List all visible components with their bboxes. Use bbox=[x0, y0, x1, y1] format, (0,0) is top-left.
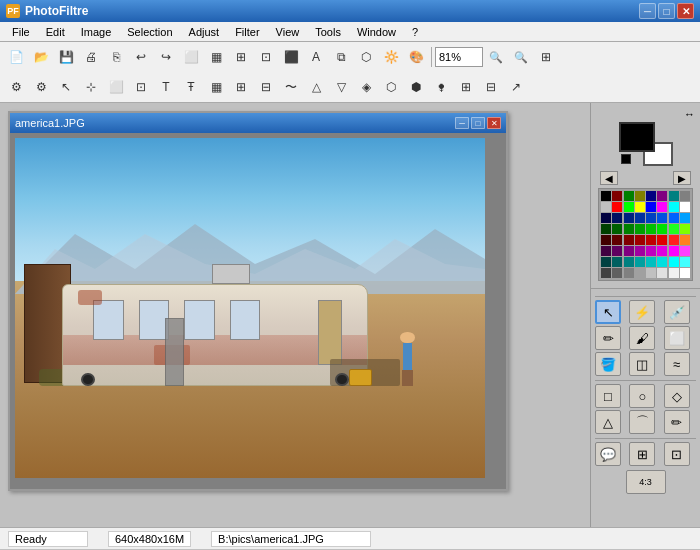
menu-item-tools[interactable]: Tools bbox=[307, 24, 349, 40]
toolbar1-copy-image-button[interactable]: ⎘ bbox=[104, 45, 128, 69]
toolbar2-text-tool-button[interactable]: T bbox=[154, 75, 178, 99]
aspect-ratio-button[interactable]: 4:3 bbox=[626, 470, 666, 494]
palette-color-56[interactable] bbox=[601, 268, 611, 278]
menu-item-window[interactable]: Window bbox=[349, 24, 404, 40]
toolbar2-cross-select-button[interactable]: ⊹ bbox=[79, 75, 103, 99]
palette-color-30[interactable] bbox=[669, 224, 679, 234]
toolbar1-tool4-button[interactable]: ⊡ bbox=[254, 45, 278, 69]
palette-color-63[interactable] bbox=[680, 268, 690, 278]
palette-color-19[interactable] bbox=[635, 213, 645, 223]
menu-item-image[interactable]: Image bbox=[73, 24, 120, 40]
palette-color-9[interactable] bbox=[612, 202, 622, 212]
diamond-shape-button[interactable]: ◇ bbox=[664, 384, 690, 408]
palette-color-59[interactable] bbox=[635, 268, 645, 278]
menu-item-selection[interactable]: Selection bbox=[119, 24, 180, 40]
palette-color-48[interactable] bbox=[601, 257, 611, 267]
menu-item-edit[interactable]: Edit bbox=[38, 24, 73, 40]
toolbar1-filter1-button[interactable]: ⬡ bbox=[354, 45, 378, 69]
palette-color-16[interactable] bbox=[601, 213, 611, 223]
palette-color-29[interactable] bbox=[657, 224, 667, 234]
zoom-input[interactable]: 81% bbox=[435, 47, 483, 67]
palette-color-52[interactable] bbox=[646, 257, 656, 267]
palette-color-27[interactable] bbox=[635, 224, 645, 234]
close-button[interactable]: ✕ bbox=[677, 3, 694, 19]
palette-color-11[interactable] bbox=[635, 202, 645, 212]
minimize-button[interactable]: ─ bbox=[639, 3, 656, 19]
toolbar2-frame-button[interactable]: ⊟ bbox=[479, 75, 503, 99]
toolbar2-rect-sel-button[interactable]: ⬜ bbox=[104, 75, 128, 99]
palette-color-20[interactable] bbox=[646, 213, 656, 223]
palette-next-button[interactable]: ▶ bbox=[673, 171, 691, 185]
palette-prev-button[interactable]: ◀ bbox=[600, 171, 618, 185]
palette-color-37[interactable] bbox=[657, 235, 667, 245]
toolbar1-tool5-button[interactable]: ⬛ bbox=[279, 45, 303, 69]
pencil-tool-button[interactable]: ✏ bbox=[595, 326, 621, 350]
toolbar2-grid3-button[interactable]: ⊟ bbox=[254, 75, 278, 99]
toolbar1-save-button[interactable]: 💾 bbox=[54, 45, 78, 69]
menu-item-adjust[interactable]: Adjust bbox=[181, 24, 228, 40]
palette-color-42[interactable] bbox=[624, 246, 634, 256]
rect-shape-button[interactable]: □ bbox=[595, 384, 621, 408]
palette-color-34[interactable] bbox=[624, 235, 634, 245]
palette-color-51[interactable] bbox=[635, 257, 645, 267]
palette-color-58[interactable] bbox=[624, 268, 634, 278]
palette-color-35[interactable] bbox=[635, 235, 645, 245]
palette-color-3[interactable] bbox=[635, 191, 645, 201]
palette-color-13[interactable] bbox=[657, 202, 667, 212]
toolbar1-tool3-button[interactable]: ⊞ bbox=[229, 45, 253, 69]
brush-tool-button[interactable]: 🖌 bbox=[629, 326, 655, 350]
palette-color-62[interactable] bbox=[669, 268, 679, 278]
toolbar1-text-button[interactable]: A bbox=[304, 45, 328, 69]
toolbar1-crop1-button[interactable]: ⧉ bbox=[329, 45, 353, 69]
toolbar1-brightness-button[interactable]: 🔆 bbox=[379, 45, 403, 69]
toolbar2-settings2-button[interactable]: ⚙ bbox=[29, 75, 53, 99]
palette-color-49[interactable] bbox=[612, 257, 622, 267]
palette-color-46[interactable] bbox=[669, 246, 679, 256]
palette-color-17[interactable] bbox=[612, 213, 622, 223]
toolbar2-arrow-top-right-button[interactable]: ↗ bbox=[504, 75, 528, 99]
eraser-tool-button[interactable]: ⬜ bbox=[664, 326, 690, 350]
toolbar2-text-tool2-button[interactable]: Ŧ bbox=[179, 75, 203, 99]
maximize-button[interactable]: □ bbox=[658, 3, 675, 19]
palette-color-45[interactable] bbox=[657, 246, 667, 256]
toolbar1-undo-button[interactable]: ↩ bbox=[129, 45, 153, 69]
bucket-tool-button[interactable]: 🪣 bbox=[595, 352, 621, 376]
ellipse-shape-button[interactable]: ○ bbox=[629, 384, 655, 408]
toolbar2-special-button[interactable]: ⧭ bbox=[429, 75, 453, 99]
palette-color-54[interactable] bbox=[669, 257, 679, 267]
palette-color-32[interactable] bbox=[601, 235, 611, 245]
palette-color-25[interactable] bbox=[612, 224, 622, 234]
freehand-shape-button[interactable]: ✏ bbox=[664, 410, 690, 434]
palette-color-47[interactable] bbox=[680, 246, 690, 256]
palette-color-15[interactable] bbox=[680, 202, 690, 212]
palette-color-5[interactable] bbox=[657, 191, 667, 201]
toolbar2-rect-sel2-button[interactable]: ⊡ bbox=[129, 75, 153, 99]
palette-color-14[interactable] bbox=[669, 202, 679, 212]
palette-color-4[interactable] bbox=[646, 191, 656, 201]
toolbar1-open-button[interactable]: 📂 bbox=[29, 45, 53, 69]
toolbar2-arrow-select-button[interactable]: ↖ bbox=[54, 75, 78, 99]
doc-minimize-button[interactable]: ─ bbox=[455, 117, 469, 129]
palette-color-6[interactable] bbox=[669, 191, 679, 201]
palette-color-61[interactable] bbox=[657, 268, 667, 278]
stamp-button[interactable]: ⊞ bbox=[629, 442, 655, 466]
palette-color-1[interactable] bbox=[612, 191, 622, 201]
toolbar2-hex-button[interactable]: ⬡ bbox=[379, 75, 403, 99]
palette-color-2[interactable] bbox=[624, 191, 634, 201]
toolbar2-grid4-button[interactable]: ⊞ bbox=[454, 75, 478, 99]
palette-color-24[interactable] bbox=[601, 224, 611, 234]
palette-color-12[interactable] bbox=[646, 202, 656, 212]
toolbar2-settings1-button[interactable]: ⚙ bbox=[4, 75, 28, 99]
menu-item-filter[interactable]: Filter bbox=[227, 24, 267, 40]
toolbar1-new-button[interactable]: 📄 bbox=[4, 45, 28, 69]
menu-item-file[interactable]: File bbox=[4, 24, 38, 40]
foreground-color-box[interactable] bbox=[619, 122, 655, 152]
palette-color-18[interactable] bbox=[624, 213, 634, 223]
zoom-fit-button[interactable]: ⊞ bbox=[534, 45, 558, 69]
palette-color-38[interactable] bbox=[669, 235, 679, 245]
zoom-out-button[interactable]: 🔍 bbox=[484, 45, 508, 69]
doc-close-button[interactable]: ✕ bbox=[487, 117, 501, 129]
palette-color-0[interactable] bbox=[601, 191, 611, 201]
toolbar2-diamond-button[interactable]: ◈ bbox=[354, 75, 378, 99]
toolbar1-tool1-button[interactable]: ⬜ bbox=[179, 45, 203, 69]
